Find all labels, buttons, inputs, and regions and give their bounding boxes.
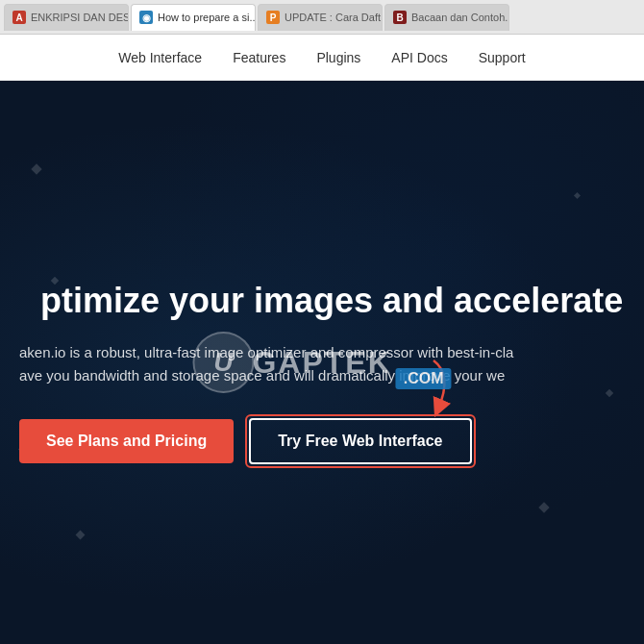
nav-plugins[interactable]: Plugins: [316, 46, 360, 69]
headline-prefix: o: [19, 281, 40, 320]
nav-web-interface[interactable]: Web Interface: [118, 46, 202, 69]
browser-tab-2[interactable]: ◉ How to prepare a si...: [131, 4, 256, 31]
nav-bar: Web Interface Features Plugins API Docs …: [0, 35, 644, 81]
tab1-label: ENKRIPSI DAN DES...: [31, 12, 129, 23]
watermark-text: GAPTEK: [252, 345, 391, 381]
hero-section: U GAPTEK .COM optimize your images and a…: [0, 81, 644, 644]
watermark-com: .COM: [396, 368, 452, 389]
particle: [538, 502, 549, 512]
browser-tab-bar: A ENKRIPSI DAN DES... ◉ How to prepare a…: [0, 0, 644, 35]
tab4-icon: B: [393, 11, 407, 24]
nav-features[interactable]: Features: [233, 46, 285, 69]
particle: [76, 530, 86, 539]
browser-tab-4[interactable]: B Bacaan dan Contoh...: [384, 4, 509, 31]
particle: [31, 163, 41, 174]
tab3-label: UPDATE : Cara Daft...: [285, 12, 383, 23]
nav-api-docs[interactable]: API Docs: [391, 46, 447, 69]
hero-headline: optimize your images and accelerate you: [19, 280, 625, 321]
tab2-icon: ◉: [139, 11, 153, 24]
tab4-label: Bacaan dan Contoh...: [411, 12, 509, 23]
browser-tab-3[interactable]: P UPDATE : Cara Daft...: [258, 4, 383, 31]
tab3-icon: P: [266, 11, 280, 24]
tab2-label: How to prepare a si...: [158, 12, 256, 23]
watermark-letter: U: [213, 347, 233, 378]
tab1-icon: A: [12, 11, 26, 24]
particle: [574, 192, 581, 199]
hero-buttons: See Plans and Pricing Try Free Web Inter…: [19, 418, 625, 464]
try-free-wrapper: Try Free Web Interface: [249, 418, 471, 464]
browser-tab-1[interactable]: A ENKRIPSI DAN DES...: [4, 4, 129, 31]
try-free-button[interactable]: Try Free Web Interface: [249, 418, 471, 464]
nav-support[interactable]: Support: [479, 46, 526, 69]
watermark-circle: U: [192, 332, 254, 393]
see-plans-button[interactable]: See Plans and Pricing: [19, 419, 234, 463]
watermark: U GAPTEK .COM: [192, 332, 451, 393]
